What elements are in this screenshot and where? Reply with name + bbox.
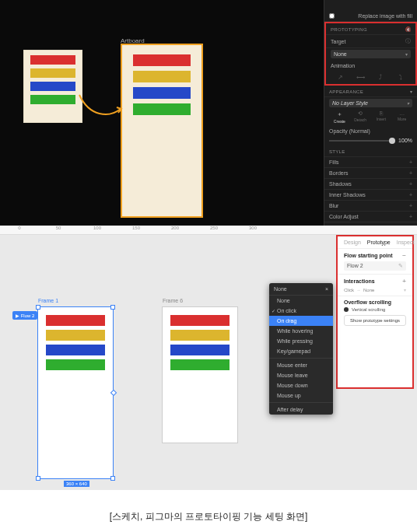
yellow-bar [46,330,105,341]
anim-none-button[interactable]: ↗ [331,72,351,82]
target-dropdown[interactable]: None [331,50,411,58]
sketch-canvas[interactable]: Artboard [0,0,324,226]
chevron-down-icon[interactable]: ▾ [410,89,412,94]
detach-button[interactable]: ⟲Detach [350,110,371,124]
green-bar [46,359,105,370]
ruler-tick: 50 [39,226,78,234]
anim-up-button[interactable]: ⤴ [371,72,391,82]
resize-handle[interactable] [36,305,40,310]
blue-bar [133,87,191,99]
insert-button[interactable]: ⎘Insert [371,110,392,124]
trigger-option-mouse-enter[interactable]: Mouse enter [269,360,333,370]
trigger-option-after-delay[interactable]: After delay [269,404,333,415]
plus-icon[interactable]: + [402,278,406,285]
opacity-slider[interactable] [329,140,395,142]
trigger-option-none[interactable]: None [269,296,333,306]
trigger-option-mouse-up[interactable]: Mouse up [269,390,333,401]
ruler-tick: 250 [194,226,233,234]
style-section-borders[interactable]: Borders+ [324,168,417,179]
more-button[interactable]: …More [391,110,412,124]
trigger-option-while-hovering[interactable]: While hovering [269,326,333,336]
sound-icon[interactable]: 🔇 [405,26,411,32]
flow-name-input[interactable]: Flow 2 ✎ [344,261,406,271]
appearance-actions: ＋Create ⟲Detach ⎘Insert …More [324,109,417,125]
blue-bar [30,82,75,91]
plus-icon[interactable]: + [409,181,412,187]
panel-tabs: Design Prototype Inspect [338,236,412,249]
interactions-section: Interactions + Click → None ▾ [338,275,412,296]
prototype-arrow-icon [78,93,124,124]
trigger-option-on-drag[interactable]: On drag [269,316,333,326]
trigger-option-key-gamepad[interactable]: Key/gamepad [269,346,333,356]
replace-image-checkbox[interactable]: Replace image with fill [324,11,417,22]
info-icon[interactable]: ⓘ [405,37,411,45]
style-section-blur[interactable]: Blur+ [324,201,417,212]
prototyping-header: PROTOTYPING 🔇 [326,23,415,35]
ruler-tick: 0 [0,226,39,234]
style-section-shadows[interactable]: Shadows+ [324,179,417,190]
overflow-value[interactable]: Vertical scrolling [344,307,406,312]
interaction-row[interactable]: Click → None ▾ [344,287,406,292]
frame-6[interactable]: Frame 6 [162,306,238,443]
plus-icon[interactable]: + [409,214,412,219]
trigger-option-while-pressing[interactable]: While pressing [269,336,333,346]
style-section-fills[interactable]: Fills+ [324,157,417,168]
appearance-header: APPEARANCE ▾ [324,86,417,97]
source-artboard[interactable] [23,50,82,123]
animation-label: Animation [326,60,415,71]
animation-buttons: ↗ ⟷ ⤴ ⤵ [326,71,415,84]
red-bar [170,315,230,326]
green-bar [30,95,75,104]
style-section-inner-shadows[interactable]: Inner Shadows+ [324,190,417,201]
green-bar [170,359,230,370]
create-button[interactable]: ＋Create [329,110,350,124]
tab-design[interactable]: Design [344,240,361,245]
arrow-icon: → [356,288,361,292]
flow-title: Flow starting point [344,253,393,258]
target-artboard[interactable] [121,44,203,218]
flow-badge[interactable]: ▶ Flow 2 [12,311,37,320]
yellow-bar [133,71,191,82]
blue-bar [46,345,105,355]
frame-6-label[interactable]: Frame 6 [163,298,183,303]
blue-bar [170,345,230,355]
frame-1[interactable]: Frame 1 [37,306,114,479]
flow-section: Flow starting point − Flow 2 ✎ [338,249,412,275]
resize-handle[interactable] [110,390,117,396]
figma-app: 050100150200250300 ▶ Flow 2 Frame 1 360 … [0,226,417,490]
trigger-option-mouse-down[interactable]: Mouse down [269,380,333,390]
trigger-option-on-click[interactable]: On click [269,306,333,316]
opacity-slider-row: 100% [324,136,417,146]
interaction-trigger-popup: None × NoneOn clickOn dragWhile hovering… [269,283,333,415]
opacity-label: Opacity (Normal) [324,125,417,136]
top-spacer [324,0,417,11]
overflow-title: Overflow scrolling [344,299,391,305]
figma-canvas[interactable]: ▶ Flow 2 Frame 1 360 × 640 Frame 6 [0,235,417,490]
minus-icon[interactable]: − [402,252,406,259]
red-bar [30,55,75,65]
checkbox-icon[interactable] [329,13,335,19]
prototyping-section-highlight: PROTOTYPING 🔇 Target ⓘ None Animation ↗ … [324,22,417,86]
plus-icon[interactable]: + [409,192,412,198]
red-bar [133,54,191,66]
tab-prototype[interactable]: Prototype [367,240,391,245]
edit-icon[interactable]: ✎ [398,263,403,269]
style-header: STYLE [324,146,417,157]
resize-handle[interactable] [110,305,115,310]
layer-style-dropdown[interactable]: No Layer Style [329,99,412,107]
resize-handle[interactable] [110,476,115,481]
anim-slide-button[interactable]: ⟷ [351,72,371,82]
anim-dn-button[interactable]: ⤵ [391,72,411,82]
plus-icon[interactable]: + [409,203,412,208]
plus-icon[interactable]: + [409,159,412,165]
frame-1-label[interactable]: Frame 1 [38,298,58,303]
tab-inspect[interactable]: Inspect [397,240,415,245]
ruler-tick: 150 [117,226,156,234]
show-prototype-settings-button[interactable]: Show prototype settings [344,315,406,326]
chevron-down-icon[interactable]: ▾ [404,287,406,292]
trigger-option-mouse-leave[interactable]: Mouse leave [269,370,333,380]
style-section-color-adjust[interactable]: Color Adjust+ [324,212,417,222]
close-icon[interactable]: × [325,286,328,292]
resize-handle[interactable] [36,476,40,481]
plus-icon[interactable]: + [409,170,412,176]
